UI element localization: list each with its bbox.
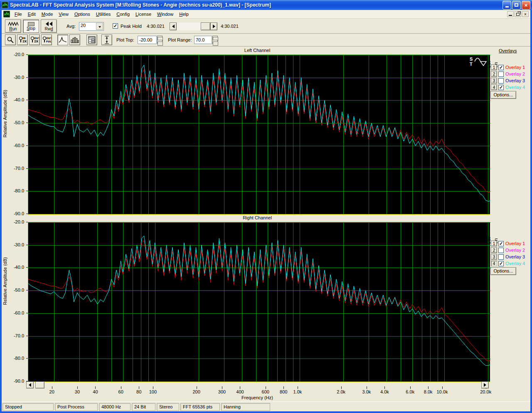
overlay-set-button-2[interactable]: 2 bbox=[491, 247, 497, 253]
zoom-out-full-icon: OUT FULL bbox=[42, 36, 51, 44]
zoom-button[interactable] bbox=[5, 34, 16, 45]
zoom-out-2x-button[interactable]: OUT 2X bbox=[29, 34, 40, 45]
y-tick-label: -50.0 bbox=[10, 120, 24, 125]
menu-item-config[interactable]: Config bbox=[113, 10, 133, 18]
status-panel-0: Stopped bbox=[2, 403, 54, 411]
plot-scroll-right-button[interactable] bbox=[481, 381, 489, 388]
x-tick-mark bbox=[52, 386, 52, 389]
overlay-set-button-2[interactable]: 2 bbox=[491, 71, 497, 77]
svg-text:OUT: OUT bbox=[34, 37, 39, 39]
overlays-options-button[interactable]: Options... bbox=[490, 267, 516, 275]
menu-item-license[interactable]: License bbox=[133, 10, 154, 18]
time-scroll-right-button[interactable] bbox=[210, 22, 217, 30]
svg-text:T: T bbox=[470, 61, 473, 66]
time-scrollbar-thumb[interactable] bbox=[201, 22, 210, 30]
menu-item-file[interactable]: File bbox=[12, 10, 25, 18]
overlay-set-button-1[interactable]: 1 bbox=[491, 241, 497, 246]
spectrum-plot-left[interactable]: ST bbox=[28, 54, 490, 215]
y-tick-label: -40.0 bbox=[10, 265, 24, 270]
overlay-on-checkbox-2[interactable] bbox=[498, 71, 504, 77]
spin-down-button[interactable] bbox=[157, 40, 163, 44]
plot-range-input[interactable] bbox=[194, 36, 212, 44]
plot-top-spinner[interactable] bbox=[157, 36, 163, 44]
overlay-on-checkbox-1[interactable]: ✓ bbox=[498, 65, 504, 70]
time-scroll-left-button[interactable] bbox=[170, 22, 177, 30]
overlay-row-1: 1✓Overlay 1 bbox=[491, 64, 525, 71]
window-border-bottom bbox=[0, 411, 532, 413]
plot-range-spinner[interactable] bbox=[212, 36, 218, 44]
run-button[interactable]: Run bbox=[5, 20, 21, 33]
overlay-on-checkbox-3[interactable] bbox=[498, 254, 504, 260]
spin-up-button[interactable] bbox=[157, 36, 163, 40]
arrow-right-icon bbox=[484, 383, 486, 387]
x-tick-mark bbox=[153, 386, 153, 389]
spin-down-button[interactable] bbox=[212, 40, 218, 44]
plot-top-input[interactable] bbox=[138, 36, 157, 44]
menu-item-mode[interactable]: Mode bbox=[39, 10, 56, 18]
overlay-on-checkbox-2[interactable] bbox=[498, 248, 504, 253]
overlay-set-button-3[interactable]: 3 bbox=[491, 254, 497, 260]
y-axis-label: Relative Amplitude (dB) bbox=[2, 298, 9, 305]
peak-hold-label: Peak Hold bbox=[121, 24, 142, 29]
overlay-row-4: 4✓Overlay 4 bbox=[491, 260, 525, 267]
y-tick-label: -70.0 bbox=[10, 166, 24, 171]
menu-item-help[interactable]: Help bbox=[176, 10, 192, 18]
y-axis-label: Relative Amplitude (dB) bbox=[2, 131, 9, 138]
status-panel-4: Stereo bbox=[157, 403, 179, 411]
checkmark-icon: ✓ bbox=[499, 261, 503, 266]
spectrum-bar-view-button[interactable] bbox=[69, 34, 80, 45]
menu-item-utilities[interactable]: Utilities bbox=[93, 10, 113, 18]
close-button[interactable]: × bbox=[522, 1, 530, 10]
avg-combobox[interactable]: 20 bbox=[79, 22, 104, 31]
plot-options-dialog-button[interactable] bbox=[86, 34, 97, 45]
overlay-set-button-4[interactable]: 4 bbox=[491, 84, 497, 90]
plot-top-label: Plot Top: bbox=[116, 37, 134, 42]
mdi-close-icon: × bbox=[524, 12, 527, 17]
x-tick-label: 40 bbox=[93, 389, 98, 394]
time-position: 4:30.021 bbox=[147, 24, 165, 29]
menu-item-edit[interactable]: Edit bbox=[25, 10, 39, 18]
plot-scrollbar-thumb[interactable] bbox=[35, 381, 44, 388]
overlay-set-button-3[interactable]: 3 bbox=[491, 78, 497, 84]
overlay-on-checkbox-4[interactable]: ✓ bbox=[498, 261, 504, 266]
zoom-in-2x-button[interactable]: IN 2X bbox=[17, 34, 28, 45]
spectrum-plot-right[interactable] bbox=[28, 222, 490, 382]
scale-range-button[interactable] bbox=[101, 34, 112, 45]
zoom-out-full-button[interactable]: OUT FULL bbox=[41, 34, 52, 45]
y-tick-label: -80.0 bbox=[10, 356, 24, 361]
mdi-close-button[interactable]: × bbox=[522, 11, 529, 17]
mdi-restore-icon bbox=[516, 13, 520, 16]
overlay-label-4: Overlay 4 bbox=[505, 85, 525, 90]
x-tick-mark bbox=[283, 386, 284, 389]
stop-square-icon bbox=[28, 22, 34, 26]
rewind-button[interactable]: Rwd bbox=[41, 20, 57, 33]
menu-item-view[interactable]: View bbox=[56, 10, 71, 18]
stop-button[interactable]: Stop bbox=[23, 20, 39, 33]
y-tick-label: -80.0 bbox=[10, 188, 24, 193]
arrow-left-icon bbox=[29, 383, 31, 387]
menu-item-window[interactable]: Window bbox=[154, 10, 176, 18]
spectrum-workspace: Left ChannelRelative Amplitude (dB)-20.0… bbox=[2, 47, 530, 401]
bar-chart-icon bbox=[71, 37, 79, 43]
avg-dropdown-button[interactable] bbox=[96, 23, 103, 30]
overlay-on-checkbox-3[interactable] bbox=[498, 78, 504, 84]
window-title: SpectraLAB - FFT Spectral Analysis Syste… bbox=[10, 2, 271, 8]
mdi-minimize-button[interactable] bbox=[507, 11, 514, 17]
spectrum-line-view-button[interactable] bbox=[57, 34, 68, 45]
overlay-on-checkbox-1[interactable]: ✓ bbox=[498, 241, 504, 246]
overlay-set-button-1[interactable]: 1 bbox=[491, 64, 497, 70]
vertical-scale-icon bbox=[104, 36, 110, 44]
menu-item-options[interactable]: Options bbox=[71, 10, 93, 18]
overlays-options-button[interactable]: Options... bbox=[490, 91, 516, 99]
chevron-down-icon bbox=[99, 26, 101, 28]
overlay-on-checkbox-4[interactable]: ✓ bbox=[498, 85, 504, 90]
spectrum-canvas bbox=[28, 222, 490, 383]
plot-scroll-left-button[interactable] bbox=[26, 381, 34, 388]
peak-hold-checkbox[interactable]: ✓ bbox=[113, 23, 118, 29]
minimize-button[interactable] bbox=[502, 1, 511, 10]
spin-up-button[interactable] bbox=[212, 36, 218, 40]
overlay-set-button-4[interactable]: 4 bbox=[491, 261, 497, 266]
mdi-restore-button[interactable] bbox=[515, 11, 521, 17]
maximize-button[interactable] bbox=[512, 1, 521, 10]
zoom-out-2x-icon: OUT 2X bbox=[30, 36, 39, 44]
